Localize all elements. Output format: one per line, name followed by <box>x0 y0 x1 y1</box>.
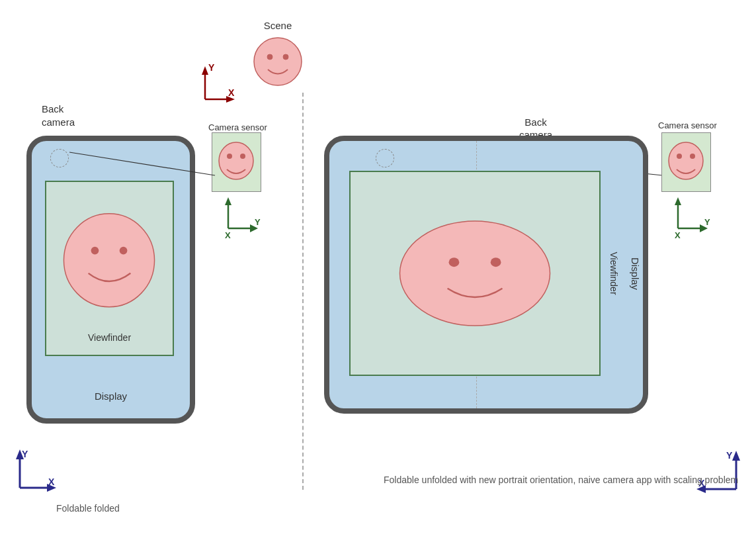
main-container: Scene Y X Backcamera <box>0 0 756 550</box>
svg-point-9 <box>63 214 154 307</box>
svg-marker-18 <box>225 197 231 205</box>
svg-point-13 <box>227 154 232 159</box>
viewfinder-right <box>349 171 601 376</box>
sensor-face-right <box>665 138 708 187</box>
sensor-face-left <box>215 138 258 187</box>
svg-point-27 <box>677 154 682 159</box>
camera-sensor-label-text-right: Camera sensor <box>658 120 717 132</box>
svg-point-1 <box>267 54 273 60</box>
svg-point-2 <box>283 54 288 60</box>
svg-text:Y: Y <box>22 449 28 459</box>
scene-face <box>251 35 304 88</box>
svg-text:X: X <box>225 230 231 238</box>
svg-marker-4 <box>202 66 208 75</box>
svg-text:Y: Y <box>704 217 710 227</box>
bottom-label-left: Foldable folded <box>56 503 120 514</box>
axes-bottom-left: Y X <box>10 448 60 497</box>
axes-svg-bottom-right: Y X <box>687 449 746 496</box>
viewfinder-face-right <box>351 172 599 375</box>
phone-device-left: Viewfinder Display <box>26 136 195 424</box>
axes-sensor-right: Y X <box>668 195 711 241</box>
camera-sensor-right <box>661 132 711 192</box>
display-label-right: Display <box>626 171 646 376</box>
scene-area: Scene <box>251 20 304 88</box>
scene-label: Scene <box>264 20 292 31</box>
svg-point-0 <box>254 38 302 85</box>
svg-point-10 <box>91 247 99 255</box>
svg-text:X: X <box>48 477 55 487</box>
axes-sensor-left: Y X <box>218 195 261 241</box>
svg-text:Y: Y <box>255 217 261 227</box>
back-camera-label-left: Backcamera <box>42 103 75 128</box>
svg-point-23 <box>399 221 550 326</box>
axes-svg-top: Y X <box>192 63 238 109</box>
svg-text:Y: Y <box>208 63 215 73</box>
viewfinder-face-left <box>46 182 173 355</box>
divider <box>302 93 304 490</box>
viewfinder-label-right: Viewfinder <box>604 171 624 376</box>
camera-hole-right <box>376 149 394 167</box>
svg-marker-30 <box>675 197 681 205</box>
axes-svg-sensor-right: Y X <box>668 195 711 238</box>
camera-sensor-left <box>212 132 261 192</box>
svg-text:Y: Y <box>726 450 733 461</box>
viewfinder-label-text-left: Viewfinder <box>46 332 173 343</box>
svg-point-11 <box>120 247 128 255</box>
svg-point-25 <box>491 257 501 267</box>
svg-text:X: X <box>228 87 235 98</box>
display-label-left: Display <box>32 390 190 402</box>
axes-top-center: Y X <box>192 63 238 112</box>
phone-device-right: Viewfinder Display <box>324 136 648 414</box>
bottom-label-right: Foldable unfolded with new portrait orie… <box>384 473 738 487</box>
svg-point-14 <box>240 154 245 159</box>
svg-text:X: X <box>675 230 681 238</box>
svg-marker-42 <box>732 451 740 461</box>
axes-svg-sensor-left: Y X <box>218 195 261 238</box>
svg-point-28 <box>690 154 695 159</box>
viewfinder-left: Viewfinder <box>45 181 174 356</box>
axes-svg-bottom-left: Y X <box>10 448 60 494</box>
camera-hole-left <box>50 149 69 167</box>
svg-point-24 <box>449 257 460 267</box>
